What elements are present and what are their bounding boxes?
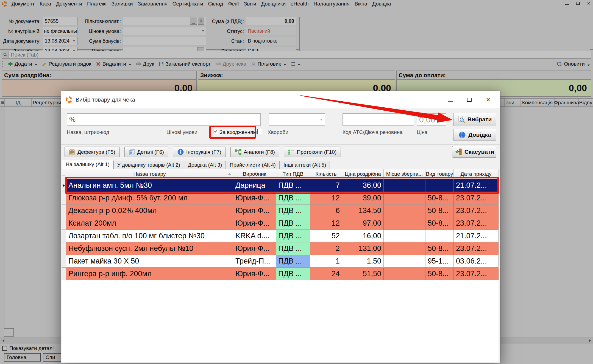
- cell-place: [384, 242, 425, 255]
- dialog-tab[interactable]: Інші аптеки (Alt 5): [280, 161, 330, 169]
- row-indicator: [62, 205, 66, 217]
- cell-name: Ксилат 200мл: [66, 217, 233, 230]
- dialog-tab[interactable]: Прайс-листи (Alt 4): [226, 161, 280, 169]
- product-row[interactable]: Пакет майка 30 Х 50Трейд-П...ПДВ ...11,5…: [62, 255, 499, 268]
- dialog-tab[interactable]: Довідка (Alt 3): [184, 161, 226, 169]
- row-indicator: [62, 242, 66, 255]
- cell-vat: ПДВ ...: [276, 230, 310, 242]
- application-window: ДокументКасаДокументиПлатежіЗалишкиЗамов…: [0, 0, 593, 364]
- cell-maker: Трейд-П...: [233, 255, 276, 268]
- product-row[interactable]: Рингера р-р инф. 200млЮрия-Ф...ПДВ ...24…: [62, 268, 499, 280]
- function-buttons: Дефектура (F5)Деталі (F6)Інструкція (F7)…: [65, 147, 341, 157]
- product-row[interactable]: Лозартан табл. п/о 100 мг блистер №30KRK…: [62, 230, 499, 242]
- cell-price: 97,00: [342, 217, 384, 230]
- cell-name: Декасан р-р 0,02% 400мл: [66, 205, 233, 217]
- cell-maker: KRKA d....: [233, 230, 276, 242]
- price-conditions-label: Цінові умови: [166, 129, 197, 135]
- chevron-down-icon: [320, 119, 323, 121]
- price-field[interactable]: [417, 113, 446, 126]
- close-icon[interactable]: ×: [486, 97, 490, 102]
- product-select-dialog: Вибір товару для чека × Назва, штрих-код…: [61, 91, 500, 363]
- cell-name: Небуфлюзон сусп. 2мл небулы №10: [66, 242, 233, 255]
- atc-code-field[interactable]: [343, 113, 414, 126]
- price-label: Ціна: [417, 129, 427, 135]
- fbutton-Деталі (F6)[interactable]: Деталі (F6): [124, 147, 168, 157]
- cell-date: 03.06.2...: [454, 255, 499, 268]
- cell-price: 134,50: [342, 205, 384, 217]
- diseases-label: Хвороби: [268, 129, 288, 135]
- cell-kind: [425, 230, 454, 242]
- product-grid: Назва товаруВиробникТип ПДВКількістьЦіна…: [62, 169, 499, 362]
- search-field-label: Назва, штрих-код: [67, 129, 109, 135]
- fbutton-Протоколи (F10)[interactable]: Протоколи (F10): [284, 147, 341, 157]
- cell-qty: 24: [310, 268, 342, 280]
- cell-name: Рингера р-р инф. 200мл: [66, 268, 233, 280]
- cell-place: [384, 255, 425, 268]
- dialog-tab[interactable]: На залишку (Alt 1): [62, 160, 113, 169]
- row-indicator: [62, 230, 66, 242]
- cell-place: [384, 230, 425, 242]
- cell-vat: ПДВ ...: [276, 255, 310, 268]
- maximize-icon[interactable]: [467, 98, 472, 102]
- cell-price: 131,00: [342, 242, 384, 255]
- dialog-title-bar: Вибір товару для чека ×: [61, 91, 500, 108]
- cell-place: [384, 205, 425, 217]
- dialog-title: Вибір товару для чека: [76, 96, 135, 103]
- dialog-window-controls: ×: [448, 97, 490, 102]
- cell-date: 23.07.2...: [454, 268, 499, 280]
- product-row[interactable]: Небуфлюзон сусп. 2мл небулы №10Юрия-Ф...…: [62, 242, 499, 255]
- select-button[interactable]: Вибрати: [453, 113, 496, 126]
- dialog-tab[interactable]: У довіднику товарів (Alt 2): [113, 161, 184, 169]
- cell-price: 16,00: [342, 230, 384, 242]
- cell-place: [384, 268, 425, 280]
- cell-qty: 2: [310, 242, 342, 255]
- select-icon: [458, 116, 465, 123]
- product-search-field[interactable]: [67, 113, 261, 126]
- fbutton-Інструкція (F7)[interactable]: Інструкція (F7): [173, 147, 226, 157]
- cell-vat: ПДВ ...: [276, 268, 310, 280]
- diseases-checkbox[interactable]: [257, 129, 262, 134]
- cell-kind: 50-8...: [425, 268, 454, 280]
- cell-date: 21.07.2...: [454, 230, 499, 242]
- separator: [61, 144, 500, 145]
- annotation-box-entry-checkbox: [209, 126, 256, 139]
- fbutton-Дефектура (F5)[interactable]: Дефектура (F5): [65, 147, 120, 157]
- cell-kind: 50-8...: [425, 217, 454, 230]
- cell-date: 23.07.2...: [454, 242, 499, 255]
- cell-name: Лозартан табл. п/о 100 мг блистер №30: [66, 230, 233, 242]
- cell-place: [384, 217, 425, 230]
- door-exit-icon: [454, 148, 462, 155]
- annotation-box-selected-row: [65, 177, 499, 194]
- cell-maker: Юрия-Ф...: [233, 268, 276, 280]
- cell-maker: Юрия-Ф...: [233, 217, 276, 230]
- app-logo-icon: [66, 96, 72, 103]
- cell-kind: 50-8...: [425, 242, 454, 255]
- cell-name: Пакет майка 30 Х 50: [66, 255, 233, 268]
- cell-maker: Юрия-Ф...: [233, 205, 276, 217]
- row-indicator: [62, 255, 66, 268]
- help-button[interactable]: Довідка: [453, 129, 496, 141]
- cell-maker: Юрия-Ф...: [233, 242, 276, 255]
- price-conditions-combo[interactable]: [269, 113, 325, 126]
- cell-vat: ПДВ ...: [276, 242, 310, 255]
- row-indicator: [62, 217, 66, 230]
- cell-vat: ПДВ ...: [276, 217, 310, 230]
- fbutton-Аналоги (F8)[interactable]: Аналоги (F8): [230, 147, 279, 157]
- cell-price: 51,50: [342, 268, 384, 280]
- minimize-icon[interactable]: [448, 101, 453, 102]
- globe-icon: [458, 131, 466, 139]
- cell-date: 23.07.2...: [454, 205, 499, 217]
- dialog-tabs: На залишку (Alt 1)У довіднику товарів (A…: [62, 160, 500, 169]
- cell-date: 23.07.2...: [454, 217, 499, 230]
- row-indicator: [62, 268, 66, 280]
- cell-qty: 6: [310, 205, 342, 217]
- cell-qty: 1: [310, 255, 342, 268]
- product-row[interactable]: Декасан р-р 0,02% 400млЮрия-Ф...ПДВ ...6…: [62, 205, 499, 217]
- cell-vat: ПДВ ...: [276, 205, 310, 217]
- product-row[interactable]: Ксилат 200млЮрия-Ф...ПДВ ...1297,0050-8.…: [62, 217, 499, 230]
- cell-price: 1,50: [342, 255, 384, 268]
- cancel-button[interactable]: Скасувати: [452, 146, 496, 158]
- cell-kind: 95-1...: [425, 255, 454, 268]
- atc-label: Код АТС/Діюча речовина: [343, 129, 403, 135]
- cell-qty: 12: [310, 217, 342, 230]
